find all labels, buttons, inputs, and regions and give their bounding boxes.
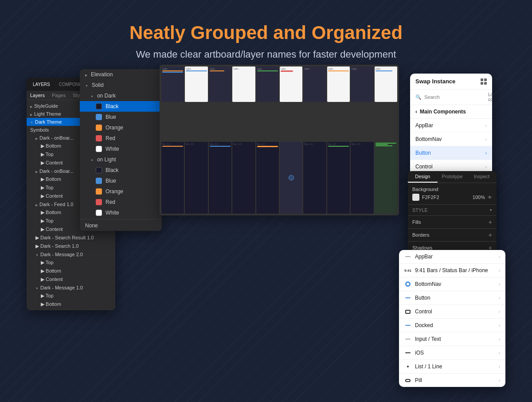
swap-back-button[interactable]: ‹ Main Components <box>410 105 492 119</box>
dropdown-item-white-dark[interactable]: White <box>80 144 162 154</box>
arrow-ios: › <box>499 351 500 355</box>
swap-menu-button[interactable]: Button › <box>410 146 492 160</box>
tree-item-bottomnav[interactable]: BottomNav › <box>399 277 505 291</box>
tree-label-statusbar: 9:41 Bars / Status Bar / iPhone <box>415 267 488 273</box>
tree-label-docked: Docked <box>415 322 433 328</box>
dropdown-item-elevation[interactable]: Elevation <box>80 69 162 80</box>
layer-item-bottom5[interactable]: ▶ Bottom <box>27 300 115 308</box>
tree-label-control: Control <box>415 308 432 315</box>
grid-icon[interactable] <box>481 78 487 85</box>
layer-item-search[interactable]: ▶ Dark - Search 1.0 <box>27 242 115 250</box>
nav-layers[interactable]: Layers <box>30 93 45 98</box>
borders-add-button[interactable]: + <box>489 231 492 238</box>
content-area: LAYERS COMPONENTS Layers Pages Styles St… <box>0 69 532 396</box>
style-fills-row: Fills + <box>408 216 497 229</box>
ios-icon <box>404 349 411 356</box>
bottomnav-icon <box>404 281 411 288</box>
swap-search-input[interactable] <box>424 94 485 100</box>
background-color-swatch[interactable] <box>412 194 419 201</box>
tree-item-appbar[interactable]: AppBar › <box>399 250 505 264</box>
layer-item-search-result[interactable]: ▶ Dark - Search Result 1.0 <box>27 234 115 242</box>
tree-item-statusbar[interactable]: 9:41 9:41 Bars / Status Bar / iPhone › <box>399 264 505 277</box>
layer-item-content4[interactable]: ▶ Content <box>27 275 115 284</box>
dropdown-item-blue-light[interactable]: Blue <box>80 176 162 186</box>
swap-title: Swap Instance <box>415 78 455 85</box>
control-icon <box>404 308 411 315</box>
swap-menu-bottomnav[interactable]: BottomNav › <box>410 133 492 146</box>
dropdown-item-on-dark[interactable]: on Dark <box>80 90 162 101</box>
dropdown-item-red-dark[interactable]: Red <box>80 133 162 144</box>
layer-item-top4[interactable]: ▶ Top <box>27 258 115 267</box>
arrow-input: › <box>499 337 500 342</box>
input-icon <box>404 336 411 343</box>
chevron-left-icon: ‹ <box>415 109 417 115</box>
header: Neatly Grouped and Organized We made cle… <box>0 0 532 69</box>
tab-prototype[interactable]: Prototype <box>438 171 467 183</box>
design-background-section: Background F2F2F2 100% 👁 <box>408 183 497 205</box>
tree-label-list: List / 1 Line <box>415 363 442 370</box>
swap-local-comp[interactable]: Local comp... ▾ <box>488 92 492 102</box>
borders-label: Borders <box>412 232 430 238</box>
arrow-appbar: › <box>499 254 500 259</box>
artboard-preview: Light... Light... Light... Light... Ligh… <box>160 65 399 215</box>
pill-icon <box>404 377 411 384</box>
dropdown-divider <box>80 219 162 219</box>
background-opacity: 100% <box>473 195 485 200</box>
tree-label-ios: iOS <box>415 350 424 356</box>
design-tab-bar: Design Prototype Inspect <box>408 171 497 183</box>
dropdown-item-black-dark[interactable]: Black <box>80 101 162 112</box>
tree-item-control[interactable]: Control › <box>399 305 505 319</box>
nav-pages[interactable]: Pages <box>52 93 66 98</box>
appbar-icon <box>404 253 411 260</box>
search-icon: 🔍 <box>415 94 422 100</box>
dropdown-item-orange-dark[interactable]: Orange <box>80 122 162 133</box>
dropdown-item-on-light[interactable]: on Light <box>80 154 162 165</box>
background-label: Background <box>412 187 492 192</box>
dropdown-item-orange-light[interactable]: Orange <box>80 186 162 197</box>
background-color-row: F2F2F2 100% 👁 <box>412 194 492 201</box>
layer-item-top5[interactable]: ▶ Top <box>27 292 115 300</box>
list-icon <box>404 363 411 370</box>
style-chevron-icon: ▾ <box>490 208 492 212</box>
swap-menu-appbar[interactable]: AppBar › <box>410 119 492 133</box>
tree-item-input[interactable]: Input / Text › <box>399 332 505 346</box>
style-borders-row: Borders + <box>408 229 497 242</box>
page-wrapper: Neatly Grouped and Organized We made cle… <box>0 0 532 402</box>
dropdown-panel: Elevation Solid on Dark Black Blue Orang… <box>80 69 162 231</box>
arrow-button: › <box>499 296 500 301</box>
layer-item-message1[interactable]: Dark - Message 1.0 <box>27 284 115 292</box>
tab-layers[interactable]: LAYERS <box>29 81 54 88</box>
dropdown-item-solid[interactable]: Solid <box>80 80 162 90</box>
tree-label-input: Input / Text <box>415 336 441 342</box>
dropdown-item-white-light[interactable]: White <box>80 207 162 218</box>
arrow-pill: › <box>499 378 500 383</box>
page-subtitle: We made clear artboard/layer names for f… <box>0 49 532 60</box>
tree-item-button[interactable]: Button › <box>399 291 505 305</box>
dropdown-item-black-light[interactable]: Black <box>80 165 162 176</box>
docked-icon <box>404 322 411 329</box>
tree-item-ios[interactable]: iOS › <box>399 346 505 360</box>
dropdown-item-none[interactable]: None <box>80 220 162 231</box>
tab-inspect[interactable]: Inspect <box>467 171 497 183</box>
tab-design[interactable]: Design <box>408 171 438 183</box>
background-color-value: F2F2F2 <box>422 195 470 200</box>
dropdown-item-blue-dark[interactable]: Blue <box>80 112 162 122</box>
tree-label-pill: Pill <box>415 377 422 383</box>
arrow-statusbar: › <box>499 268 500 273</box>
dropdown-item-red-light[interactable]: Red <box>80 197 162 207</box>
style-label: STYLE <box>412 207 428 213</box>
layer-item-message2[interactable]: Dark - Message 2.0 <box>27 250 115 258</box>
component-tree-panel: AppBar › 9:41 9:41 Bars / Status Bar / i… <box>399 250 505 387</box>
arrow-control: › <box>499 309 500 314</box>
visibility-icon[interactable]: 👁 <box>488 195 492 200</box>
fills-add-button[interactable]: + <box>489 219 492 226</box>
arrow-list: › <box>499 364 500 369</box>
button-icon <box>404 294 411 301</box>
swap-search-row: 🔍 Local comp... ▾ <box>410 90 492 105</box>
page-title: Neatly Grouped and Organized <box>0 22 532 43</box>
tree-item-docked[interactable]: Docked › <box>399 319 505 332</box>
tree-item-pill[interactable]: Pill › <box>399 374 505 387</box>
tree-item-list[interactable]: List / 1 Line › <box>399 360 505 374</box>
arrow-bottomnav: › <box>499 282 500 287</box>
layer-item-bottom4[interactable]: ▶ Bottom <box>27 267 115 275</box>
